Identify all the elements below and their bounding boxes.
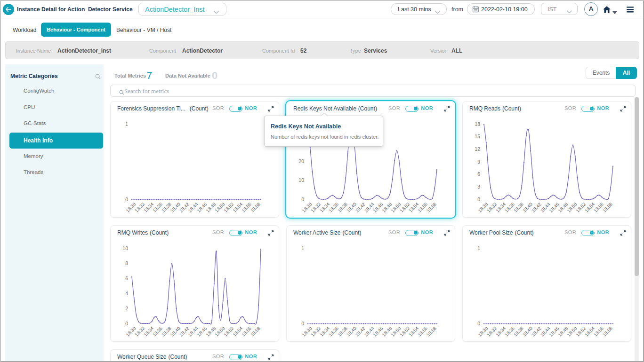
svg-text:18:32: 18:32: [486, 326, 498, 338]
svg-text:18:42: 18:42: [178, 326, 190, 338]
svg-text:18:58: 18:58: [426, 201, 438, 213]
svg-text:18:32: 18:32: [310, 326, 322, 338]
svg-text:18:42: 18:42: [354, 326, 366, 338]
svg-text:18:52: 18:52: [223, 326, 234, 338]
svg-text:6: 6: [125, 275, 128, 281]
svg-text:18:58: 18:58: [426, 325, 438, 338]
svg-text:18:42: 18:42: [531, 326, 542, 338]
svg-text:15: 15: [475, 134, 480, 139]
svg-text:3: 3: [477, 184, 480, 189]
svg-text:8: 8: [125, 260, 128, 266]
svg-text:0: 0: [301, 197, 304, 202]
svg-text:1: 1: [125, 121, 128, 127]
svg-text:10: 10: [122, 245, 128, 251]
svg-text:1: 1: [477, 245, 480, 251]
svg-text:18:58: 18:58: [250, 325, 262, 338]
svg-text:18:32: 18:32: [134, 202, 145, 213]
svg-text:18:32: 18:32: [486, 202, 498, 213]
svg-text:0: 0: [125, 197, 128, 202]
svg-text:0: 0: [477, 197, 480, 202]
svg-text:18:52: 18:52: [575, 202, 587, 213]
svg-text:9: 9: [477, 159, 480, 165]
svg-text:18: 18: [475, 121, 480, 127]
svg-text:2: 2: [125, 306, 128, 311]
svg-text:18:52: 18:52: [399, 202, 411, 213]
svg-text:18:42: 18:42: [531, 202, 542, 213]
svg-text:6: 6: [477, 171, 480, 177]
svg-text:0: 0: [477, 321, 480, 326]
svg-text:18:52: 18:52: [575, 326, 587, 338]
svg-text:20: 20: [298, 158, 304, 164]
svg-text:1: 1: [301, 245, 304, 251]
svg-text:18:32: 18:32: [310, 202, 322, 213]
svg-text:4: 4: [125, 291, 128, 296]
svg-text:0: 0: [125, 321, 128, 326]
svg-text:12: 12: [475, 146, 480, 152]
svg-text:18:32: 18:32: [134, 326, 145, 338]
svg-text:18:52: 18:52: [223, 202, 234, 213]
svg-text:18:52: 18:52: [399, 326, 411, 338]
svg-text:18:42: 18:42: [354, 202, 366, 213]
svg-text:18:42: 18:42: [178, 202, 190, 213]
svg-text:18:58: 18:58: [602, 325, 614, 338]
svg-text:10: 10: [298, 177, 304, 183]
svg-text:18:58: 18:58: [602, 201, 614, 213]
svg-text:18:58: 18:58: [250, 201, 262, 213]
svg-text:0: 0: [301, 321, 304, 326]
